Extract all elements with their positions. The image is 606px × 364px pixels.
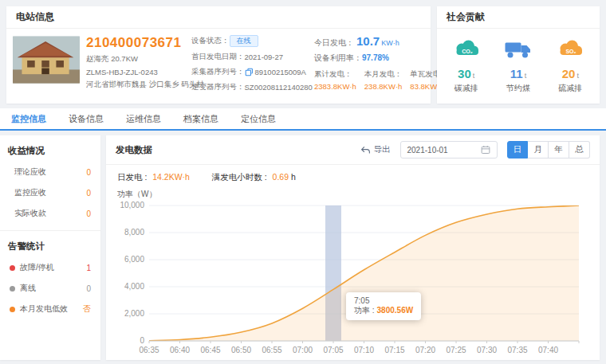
chart-title: 发电数据 [116, 144, 152, 156]
status-badge: 在线 [230, 35, 258, 47]
svg-text:07:25: 07:25 [446, 346, 466, 354]
today-generation-value: 10.7 [356, 35, 380, 47]
svg-text:0: 0 [140, 336, 144, 345]
date-picker[interactable]: 2021-10-01 [400, 141, 498, 159]
coal-saving-value: 11 [510, 67, 523, 80]
calendar-icon [481, 145, 490, 155]
low-efficiency-dot-icon [10, 307, 15, 312]
tab-monitoring-info[interactable]: 监控信息 [0, 108, 57, 129]
svg-text:06:40: 06:40 [170, 346, 190, 354]
station-model: ZLMS-HBJ-ZJL-0243 [86, 68, 188, 76]
today-generation-label: 今日发电： [314, 37, 354, 49]
station-owner: 赵海亮 20.7KW [86, 54, 188, 65]
social-contribution-panel: 社会贡献 CO₂ 30t 碳减排 11t 节约煤 SO₂ [437, 6, 600, 104]
svg-text:06:45: 06:45 [200, 346, 220, 354]
coal-truck-icon [504, 38, 533, 60]
svg-text:07:40: 07:40 [538, 346, 558, 354]
svg-text:07:35: 07:35 [507, 346, 527, 354]
alarm-value: 0 [86, 284, 91, 293]
inverter-row: 逆变器序列号： SZ00208112140280 [191, 82, 311, 92]
device-status-row: 设备状态： 在线 [191, 35, 311, 47]
svg-text:07:30: 07:30 [477, 346, 497, 354]
utilization-label: 设备利用率： [314, 53, 362, 64]
svg-text:07:15: 07:15 [384, 346, 404, 354]
svg-text:07:00: 07:00 [293, 346, 313, 354]
sulfur-reduction-unit: t [576, 72, 579, 80]
svg-text:06:35: 06:35 [139, 346, 159, 354]
total-generation-stat: 累计发电： 2383.8KW·h [314, 69, 356, 91]
power-chart[interactable]: 功率（W）02,0004,0006,0008,00010,00006:3506:… [116, 188, 590, 360]
solar-station-dashboard: 电站信息 210400073671 赵海亮 20.7KW ZLM [0, 0, 606, 364]
date-value: 2021-10-01 [407, 146, 448, 155]
chart-kpi-row: 日发电 : 14.2KW·h 满发电小时数 : 0.69 h [116, 170, 590, 186]
copy-icon[interactable] [245, 68, 254, 76]
alarm-label: 本月发电低效 [20, 303, 68, 315]
svg-text:07:20: 07:20 [415, 346, 435, 354]
income-label: 实际收款 [14, 208, 46, 219]
alarm-value: 否 [83, 303, 91, 315]
svg-text:10,000: 10,000 [120, 201, 144, 209]
export-label: 导出 [374, 144, 391, 155]
export-icon [360, 145, 371, 155]
sulfur-reduction-label: 硫减排 [545, 83, 596, 94]
station-info-title: 电站信息 [6, 6, 431, 29]
range-day-button[interactable]: 日 [507, 141, 529, 159]
carbon-reduction-item: CO₂ 30t 碳减排 [440, 38, 492, 94]
inverter-label: 逆变器序列号： [191, 82, 245, 92]
day-generation-label: 日发电 : [117, 172, 147, 182]
svg-text:8,000: 8,000 [124, 228, 144, 237]
income-row-actual: 实际收款 0 [0, 203, 100, 224]
alarm-section-title: 告警统计 [0, 231, 100, 257]
sulfur-reduction-value: 20 [562, 67, 576, 80]
income-row-theoretical: 理论应收 0 [0, 162, 100, 182]
station-photo [13, 35, 80, 84]
collector-row: 采集器序列号： 89100215009A [191, 67, 311, 77]
carbon-reduction-label: 碳减排 [440, 83, 492, 94]
generation-stats: 累计发电： 2383.8KW·h 本月发电： 238.8KW·h 单瓦发电： 8… [314, 69, 424, 91]
range-year-button[interactable]: 年 [549, 141, 569, 159]
inverter-sn: SZ00208112140280 [245, 83, 313, 92]
range-total-button[interactable]: 总 [569, 141, 590, 159]
income-label: 监控应收 [14, 187, 46, 198]
alarm-row-offline: 离线 0 [0, 278, 100, 299]
svg-text:06:55: 06:55 [262, 346, 281, 354]
day-generation-value: 14.2KW·h [152, 172, 190, 182]
svg-text:07:10: 07:10 [354, 346, 374, 354]
utilization-value: 97.78% [362, 53, 389, 62]
carbon-reduction-unit: t [473, 72, 475, 80]
income-row-monitored: 监控应收 0 [0, 182, 100, 203]
full-hours-label: 满发电小时数 : [212, 172, 267, 182]
fault-dot-icon [10, 265, 15, 271]
device-status-label: 设备状态： [191, 36, 230, 46]
income-section-title: 收益情况 [0, 135, 100, 162]
income-value: 0 [86, 209, 91, 218]
full-hours-value: 0.69 [273, 172, 289, 182]
export-button[interactable]: 导出 [360, 144, 391, 155]
alarm-label: 故障/停机 [20, 262, 54, 273]
svg-text:4,000: 4,000 [124, 282, 144, 291]
month-generation-stat: 本月发电： 238.8KW·h [364, 69, 403, 91]
tab-location-info[interactable]: 定位信息 [230, 108, 287, 129]
alarm-row-low-efficiency: 本月发电低效 否 [0, 299, 100, 319]
total-generation-label: 累计发电： [314, 69, 356, 80]
range-month-button[interactable]: 月 [528, 141, 549, 159]
income-value: 0 [86, 168, 91, 177]
full-hours-unit: h [291, 172, 296, 182]
coal-saving-label: 节约煤 [493, 83, 545, 94]
tab-operation-info[interactable]: 运维信息 [115, 108, 172, 129]
coal-saving-unit: t [525, 72, 527, 80]
carbon-reduction-value: 30 [458, 67, 471, 80]
tab-device-info[interactable]: 设备信息 [57, 108, 115, 129]
income-label: 理论应收 [14, 166, 46, 178]
generation-data-panel: 发电数据 导出 2021-10-01 日 月 年 总 日发电 : 14.2KW·… [106, 135, 600, 360]
svg-text:CO₂: CO₂ [462, 49, 473, 54]
sulfur-reduction-item: SO₂ 20t 硫减排 [545, 38, 596, 94]
month-generation-value: 238.8KW·h [364, 82, 403, 91]
so2-cloud-icon: SO₂ [556, 38, 584, 60]
tab-bar: 监控信息 设备信息 运维信息 档案信息 定位信息 [0, 108, 606, 131]
svg-text:功率（W）: 功率（W） [117, 190, 156, 198]
first-gen-row: 首日发电日期： 2021-09-27 [191, 52, 311, 62]
income-value: 0 [86, 189, 91, 198]
svg-text:SO₂: SO₂ [566, 49, 576, 54]
tab-archive-info[interactable]: 档案信息 [172, 108, 230, 129]
